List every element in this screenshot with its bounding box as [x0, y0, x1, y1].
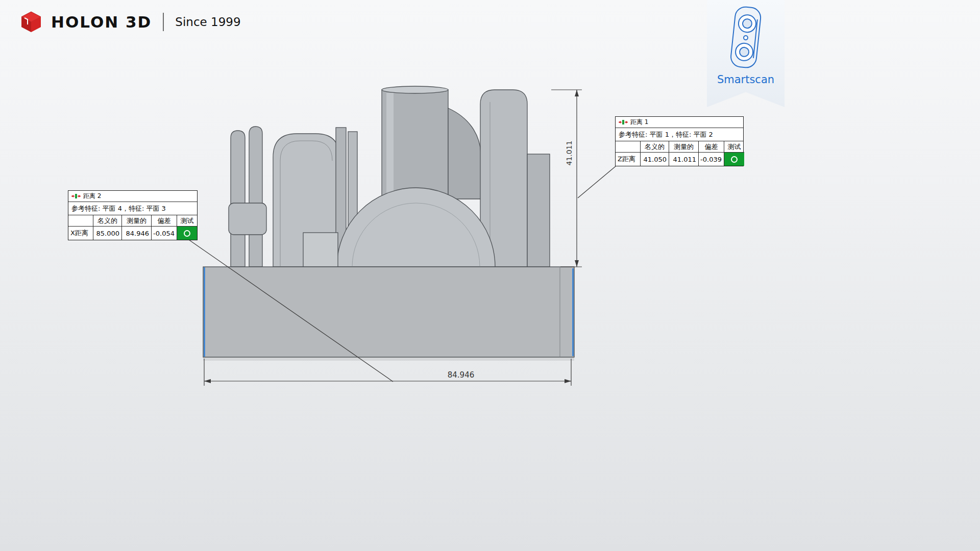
- scanner-icon: [726, 4, 766, 71]
- pass-ring-icon: [731, 156, 738, 163]
- col-header-empty: [68, 215, 93, 227]
- col-header-nominal: 名义的: [93, 215, 121, 227]
- horizontal-dimension-label: 84.946: [448, 370, 475, 380]
- col-header-deviation: 偏差: [151, 215, 177, 227]
- horizontal-dimension: [204, 359, 571, 386]
- col-header-measured: 测量的: [669, 141, 698, 153]
- callout-reference: 参考特征: 平面 1，特征: 平面 2: [616, 128, 743, 141]
- brand-header: HOLON 3D Since 1999: [19, 10, 241, 34]
- callout-title: 距离 1: [630, 118, 648, 127]
- deviation-value: -0.039: [698, 153, 724, 166]
- callout-title-row: 距离 1: [616, 117, 743, 128]
- brand-tagline: Since 1999: [175, 15, 240, 29]
- dimension-icon: [619, 119, 628, 125]
- vertical-dimension-label: 41.011: [565, 141, 573, 166]
- pass-indicator: [724, 153, 744, 166]
- holon3d-logo-icon: [19, 10, 43, 34]
- pass-indicator: [177, 227, 197, 240]
- leader-line-distance-2: [189, 240, 393, 382]
- annotation-lines: 41.011 84.946: [0, 0, 980, 551]
- measurement-callout-distance-1[interactable]: 距离 1 参考特征: 平面 1，特征: 平面 2 名义的 测量的 偏差 测试 Z…: [615, 116, 744, 166]
- pass-ring-icon: [184, 230, 190, 237]
- measured-value: 84.946: [121, 227, 151, 240]
- callout-reference: 参考特征: 平面 4，特征: 平面 3: [68, 202, 197, 215]
- col-header-test: 测试: [724, 141, 744, 153]
- brand-logo-text: HOLON 3D: [51, 13, 152, 31]
- nominal-value: 85.000: [93, 227, 121, 240]
- dimension-icon: [71, 193, 81, 199]
- callout-title: 距离 2: [83, 192, 101, 201]
- nominal-value: 41.050: [640, 153, 669, 166]
- callout-title-row: 距离 2: [68, 191, 197, 202]
- callout-table: 名义的 测量的 偏差 测试 Z距离 41.050 41.011 -0.039: [616, 141, 743, 166]
- metrology-report-screen: { "brand": { "logo_text": "HOLON 3D", "t…: [0, 0, 980, 551]
- measurement-callout-distance-2[interactable]: 距离 2 参考特征: 平面 4，特征: 平面 3 名义的 测量的 偏差 测试 X…: [68, 190, 198, 240]
- vertical-dimension: [551, 90, 582, 267]
- deviation-value: -0.054: [151, 227, 177, 240]
- row-label: Z距离: [616, 153, 640, 166]
- col-header-nominal: 名义的: [640, 141, 669, 153]
- smartscan-ribbon: Smartscan: [707, 0, 785, 107]
- col-header-empty: [616, 141, 640, 153]
- col-header-measured: 测量的: [121, 215, 151, 227]
- smartscan-label: Smartscan: [717, 73, 774, 86]
- callout-table: 名义的 测量的 偏差 测试 X距离 85.000 84.946 -0.054: [68, 215, 197, 240]
- col-header-deviation: 偏差: [698, 141, 724, 153]
- leader-line-distance-1: [578, 166, 616, 198]
- row-label: X距离: [68, 227, 93, 240]
- col-header-test: 测试: [177, 215, 197, 227]
- brand-divider: [163, 13, 164, 31]
- measured-value: 41.011: [669, 153, 698, 166]
